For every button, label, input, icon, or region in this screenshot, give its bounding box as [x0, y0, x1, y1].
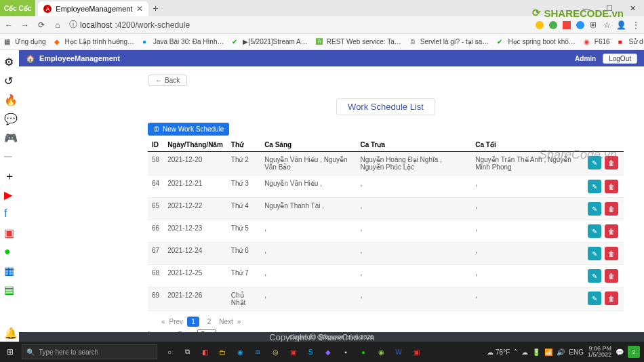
bookmark-item[interactable]: 🗎Servlet là gì? - tại sa…	[409, 38, 489, 46]
ext-icon-red[interactable]	[563, 21, 571, 29]
url-display[interactable]: ⓘ localhost:4200/work-schedule	[69, 19, 190, 31]
tab-title: EmployeeManagement	[56, 5, 132, 13]
delete-button[interactable]: 🗑	[605, 156, 618, 169]
notification-center-icon[interactable]: 💬	[616, 348, 624, 356]
ext-dot-icon[interactable]: ●	[4, 245, 15, 256]
ext-grid-icon[interactable]: ▤	[4, 283, 15, 294]
new-tab-button[interactable]: +	[148, 0, 162, 16]
tray-chevron-icon[interactable]: ˄	[514, 348, 517, 356]
delete-button[interactable]: 🗑	[605, 247, 618, 260]
weather-widget[interactable]: ☁ 76°F	[487, 348, 510, 356]
edit-button[interactable]: ✎	[588, 180, 601, 193]
cell-day: Thứ 6	[227, 243, 260, 265]
nav-back-icon[interactable]: ←	[4, 20, 14, 30]
vs-icon[interactable]: ◆	[321, 345, 335, 359]
plus-icon[interactable]: ＋	[4, 169, 15, 180]
gear-icon[interactable]: ⚙	[4, 56, 15, 66]
delete-button[interactable]: 🗑	[605, 180, 618, 193]
edit-button[interactable]: ✎	[588, 291, 601, 305]
coccoc-icon[interactable]: ◉	[374, 345, 388, 359]
cell-day: Thứ 5	[227, 220, 260, 243]
bookmark-star-icon[interactable]: ☆	[603, 20, 611, 30]
pager-next[interactable]: Next	[219, 318, 233, 325]
pager-last-icon[interactable]: »	[237, 318, 241, 325]
messenger-icon[interactable]: 💬	[4, 113, 15, 123]
tray-clock[interactable]: 9:06 PM 1/5/2022	[588, 346, 611, 359]
apps-shortcut[interactable]: ▦Ứng dụng	[4, 38, 46, 46]
taskview-icon[interactable]: ⧉	[180, 345, 194, 359]
ext-icon-yellow[interactable]	[536, 21, 544, 29]
delete-button[interactable]: 🗑	[605, 269, 618, 283]
notification-count[interactable]: 2	[628, 346, 640, 358]
skype-icon[interactable]: S	[304, 345, 317, 359]
tray-lang[interactable]: ENG	[569, 348, 584, 356]
start-button[interactable]: ⊞	[0, 347, 20, 357]
edit-button[interactable]: ✎	[588, 269, 601, 283]
nav-forward-icon[interactable]: →	[20, 20, 30, 30]
notification-bell-icon[interactable]: 🔔	[4, 327, 15, 338]
explorer-icon[interactable]: 🗀	[216, 345, 229, 359]
pager-page-1[interactable]: 1	[187, 317, 199, 327]
history-icon[interactable]: ↺	[4, 75, 15, 85]
browser-menu-icon[interactable]: ⋮	[632, 20, 640, 30]
bookmark-item[interactable]: ◆Học Lập trình hướng…	[54, 38, 134, 46]
edit-button[interactable]: ✎	[588, 224, 601, 238]
bookmark-item[interactable]: ◉F616	[584, 38, 610, 46]
terminal-icon[interactable]: ▪	[339, 345, 353, 359]
delete-button[interactable]: 🗑	[605, 202, 618, 216]
window-close-icon[interactable]: ✕	[621, 0, 644, 16]
ext-icon-green[interactable]	[549, 21, 557, 29]
edit-button[interactable]: ✎	[588, 156, 601, 169]
logout-button[interactable]: LogOut	[603, 54, 637, 64]
cell-day: Thứ 7	[227, 265, 260, 287]
bookmark-item[interactable]: ✔Học spring boot khô…	[497, 38, 575, 46]
delete-button[interactable]: 🗑	[605, 224, 618, 238]
edit-button[interactable]: ✎	[588, 202, 601, 216]
ext-cal-icon[interactable]: ▦	[4, 264, 15, 275]
cell-evening: ,	[471, 287, 584, 311]
home-icon[interactable]: 🏠	[26, 54, 35, 63]
site-info-icon[interactable]: ⓘ	[69, 19, 77, 31]
fire-icon[interactable]: 🔥	[4, 94, 15, 104]
bookmark-item[interactable]: 🅰REST Web service: Ta…	[316, 38, 401, 46]
app-icon[interactable]: ●	[357, 345, 370, 359]
cell-evening: ,	[471, 265, 584, 287]
youtube-icon[interactable]: ▶	[4, 188, 15, 199]
pager-prev[interactable]: Prev	[169, 318, 184, 325]
browser-tab[interactable]: A EmployeeManagement ✕	[38, 1, 148, 16]
tray-battery-icon[interactable]: 🔋	[532, 348, 540, 356]
cortana-icon[interactable]: ○	[163, 345, 176, 359]
ext-icon-blue[interactable]	[576, 21, 584, 29]
edit-button[interactable]: ✎	[588, 247, 601, 260]
facebook-icon[interactable]: f	[4, 207, 15, 218]
pager-first-icon[interactable]: «	[161, 318, 165, 325]
tray-cloud-icon[interactable]: ☁	[521, 348, 528, 356]
app-icon[interactable]: ▣	[286, 345, 300, 359]
browser-profile-icon[interactable]: 👤	[616, 20, 626, 30]
bookmark-item[interactable]: ■Sử dụng Directive tr…	[618, 38, 644, 46]
tray-wifi-icon[interactable]: 📶	[544, 348, 552, 356]
nav-home-icon[interactable]: ⌂	[53, 20, 62, 30]
chrome-icon[interactable]: ◎	[268, 345, 282, 359]
taskbar-search[interactable]: 🔍 Type here to search	[22, 344, 157, 359]
table-row: 662021-12-23Thứ 5,,, ✎ 🗑	[148, 220, 624, 243]
back-button[interactable]: ← Back	[148, 75, 187, 86]
delete-button[interactable]: 🗑	[605, 291, 618, 305]
nav-reload-icon[interactable]: ⟳	[37, 20, 46, 30]
page-heading: Work Schedule List	[336, 98, 435, 115]
ext-square-icon[interactable]: ▣	[4, 226, 15, 237]
gamepad-icon[interactable]: 🎮	[4, 132, 15, 142]
ext-adblock-icon[interactable]: ⛨	[590, 20, 598, 30]
bookmark-item[interactable]: ✔▶[5/2021]Stream A…	[232, 38, 307, 46]
bookmark-item[interactable]: ●Java Bài 30: Đa Hình…	[142, 38, 224, 46]
new-work-schedule-button[interactable]: 🗓 New Work Schedule	[148, 123, 229, 136]
vscode-icon[interactable]: ⧈	[251, 345, 264, 359]
app-icon[interactable]: ◧	[198, 345, 212, 359]
edge-icon[interactable]: ◉	[233, 345, 247, 359]
tray-volume-icon[interactable]: 🔊	[557, 348, 565, 356]
word-icon[interactable]: W	[392, 345, 405, 359]
app-icon[interactable]: ▣	[409, 345, 423, 359]
close-tab-icon[interactable]: ✕	[136, 4, 143, 14]
pager-page-2[interactable]: 2	[203, 317, 216, 327]
schedule-table: ID Ngày/Tháng/Năm Thứ Ca Sáng Ca Trưa Ca…	[148, 138, 624, 311]
